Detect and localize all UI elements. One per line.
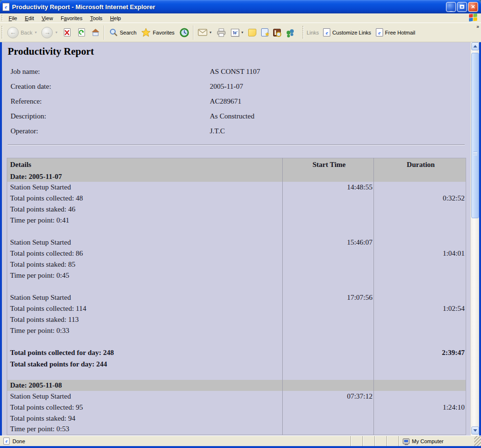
word-icon: W: [231, 29, 239, 36]
minimize-button[interactable]: _: [446, 2, 456, 12]
maximize-icon: [460, 5, 464, 9]
detail-cell: Total points collected: 95: [7, 402, 283, 413]
links-label: Links: [307, 30, 319, 35]
browser-window: Productivity Report - Microsoft Internet…: [0, 0, 481, 448]
menu-edit[interactable]: Edit: [21, 14, 38, 22]
date-row: Date: 2005-11-08: [7, 380, 466, 391]
start-time-cell: 17:07:56: [283, 292, 374, 303]
field-row-job-name: Job name: AS CONST 1107: [2, 64, 470, 79]
home-button[interactable]: [89, 24, 102, 41]
favorites-label: Favorites: [153, 30, 174, 35]
customize-links-label: Customize Links: [332, 30, 371, 35]
title-bar[interactable]: Productivity Report - Microsoft Internet…: [0, 0, 481, 13]
stop-button[interactable]: [60, 24, 74, 41]
ie-link-icon: [376, 28, 383, 36]
print-button[interactable]: [214, 24, 228, 41]
scroll-up-button[interactable]: [471, 42, 479, 50]
menu-view[interactable]: View: [38, 14, 57, 22]
date-row: Date: 2005-11-07: [7, 172, 466, 182]
ie-document-icon: [2, 3, 10, 11]
back-dropdown-icon[interactable]: ▾: [35, 30, 36, 35]
menu-favorites[interactable]: Favorites: [57, 14, 86, 22]
detail-cell: Time per point: 0:33: [7, 325, 283, 336]
discuss-button[interactable]: [246, 24, 259, 41]
favorites-button[interactable]: Favorites: [139, 24, 177, 41]
window-resize-grip[interactable]: [474, 436, 481, 446]
detail-cell: Station Setup Started: [7, 391, 283, 402]
status-pane-empty: [374, 436, 386, 446]
table-row: Total points collected: 48 0:32:52: [7, 193, 466, 204]
messenger-launch-button[interactable]: [259, 24, 271, 41]
menu-help[interactable]: Help: [106, 14, 125, 22]
toolbar-grip-handle[interactable]: [1, 26, 3, 39]
detail-cell: Total points staked: 113: [7, 314, 283, 325]
duration-cell: 1:24:10: [374, 402, 466, 413]
table-row: Total points collected: 95 1:24:10: [7, 402, 466, 413]
detail-cell: Total points staked: 94: [7, 413, 283, 424]
duration-cell: 1:02:54: [374, 303, 466, 314]
menu-bar: File Edit View Favorites Tools Help: [0, 13, 481, 23]
forward-dropdown-icon[interactable]: ▾: [55, 30, 57, 35]
menu-file[interactable]: File: [5, 14, 21, 22]
doc-star-icon: [261, 28, 268, 36]
menu-tools[interactable]: Tools: [86, 14, 107, 22]
field-label: Job name:: [11, 68, 210, 76]
status-text: Done: [12, 438, 25, 444]
date-label: Date: 2005-11-08: [7, 380, 283, 391]
field-row-reference: Reference: AC289671: [2, 94, 470, 109]
link-customize-links[interactable]: Customize Links: [321, 24, 373, 41]
column-header-start-time: Start Time: [283, 158, 374, 172]
toolbar-overflow-chevron-icon[interactable]: »: [476, 24, 479, 29]
detail-cell: Total points collected: 48: [7, 193, 283, 204]
scrollbar-thumb[interactable]: [471, 53, 479, 218]
duration-cell: 0:32:52: [374, 193, 466, 204]
detail-cell: Total points collected: 86: [7, 248, 283, 259]
duration-cell: 1:04:01: [374, 248, 466, 259]
total-collected-label: Total points collected for day: 248: [7, 347, 283, 359]
page-title: Productivity Report: [8, 45, 470, 58]
table-row: Time per point: 0:53: [7, 424, 466, 435]
table-row: Station Setup Started 14:48:55: [7, 182, 466, 193]
menubar-grip-handle[interactable]: [1, 15, 3, 21]
toolbar-separator: [104, 25, 105, 40]
edit-dropdown-icon[interactable]: ▾: [241, 30, 243, 35]
status-bar: Done My Computer: [0, 436, 481, 446]
search-icon: [108, 28, 118, 37]
standard-toolbar: ← Back ▾ → ▾: [0, 23, 481, 42]
forward-button[interactable]: → ▾: [39, 24, 60, 41]
close-button[interactable]: ✕: [468, 2, 478, 12]
table-row: Total points collected: 114 1:02:54: [7, 303, 466, 314]
table-row: Total points staked: 46: [7, 204, 466, 215]
back-button[interactable]: ← Back ▾: [5, 24, 39, 41]
research-book-icon: [273, 29, 281, 36]
vertical-scrollbar[interactable]: [470, 42, 479, 436]
day-total-row: Total staked points for day: 244: [7, 359, 466, 370]
edit-with-word-button[interactable]: W ▾: [228, 24, 246, 41]
start-time-cell: 14:48:55: [283, 182, 374, 193]
refresh-button[interactable]: [74, 24, 89, 41]
home-icon: [91, 29, 100, 36]
link-free-hotmail[interactable]: Free Hotmail: [373, 24, 418, 41]
field-value: AC289671: [210, 97, 241, 106]
linksbar-grip-handle[interactable]: [302, 26, 304, 39]
productivity-table: Details Start Time Duration Date: 2005-1…: [7, 158, 466, 435]
history-button[interactable]: [177, 24, 192, 41]
mail-dropdown-icon[interactable]: ▾: [210, 30, 212, 35]
maximize-button[interactable]: [457, 2, 467, 12]
browser-viewport: Productivity Report Job name: AS CONST 1…: [0, 42, 481, 436]
scroll-down-button[interactable]: [471, 426, 479, 435]
research-button[interactable]: [271, 24, 283, 41]
mail-button[interactable]: ▾: [195, 24, 214, 41]
mail-icon: [198, 28, 207, 37]
table-row: Station Setup Started 17:07:56: [7, 292, 466, 303]
detail-cell: Time per point: 0:41: [7, 215, 283, 226]
table-row: Total points collected: 86 1:04:01: [7, 248, 466, 259]
search-button[interactable]: Search: [106, 24, 139, 41]
back-label: Back: [21, 30, 32, 35]
report-page: Productivity Report Job name: AS CONST 1…: [2, 42, 470, 436]
table-row: Station Setup Started 15:46:07: [7, 237, 466, 248]
spacer-row: [7, 226, 466, 237]
detail-cell: Station Setup Started: [7, 182, 283, 193]
messenger-button[interactable]: [283, 24, 298, 41]
table-row: Time per point: 0:33: [7, 325, 466, 336]
